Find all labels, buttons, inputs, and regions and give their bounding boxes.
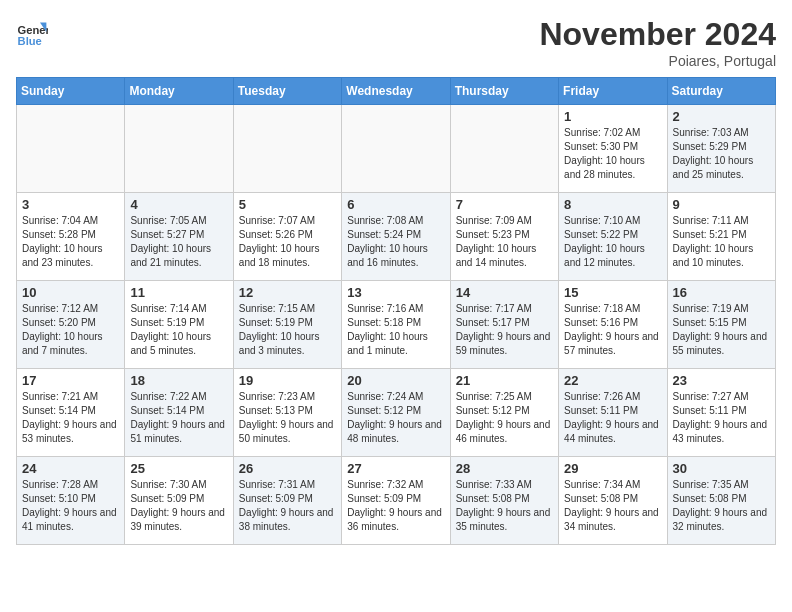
day-info: Sunrise: 7:32 AM Sunset: 5:09 PM Dayligh…	[347, 478, 444, 534]
day-number: 25	[130, 461, 227, 476]
page-header: General Blue November 2024 Poiares, Port…	[16, 16, 776, 69]
day-number: 3	[22, 197, 119, 212]
day-number: 2	[673, 109, 770, 124]
day-number: 29	[564, 461, 661, 476]
calendar-cell: 21Sunrise: 7:25 AM Sunset: 5:12 PM Dayli…	[450, 369, 558, 457]
day-info: Sunrise: 7:10 AM Sunset: 5:22 PM Dayligh…	[564, 214, 661, 270]
day-number: 14	[456, 285, 553, 300]
calendar-cell: 26Sunrise: 7:31 AM Sunset: 5:09 PM Dayli…	[233, 457, 341, 545]
day-info: Sunrise: 7:04 AM Sunset: 5:28 PM Dayligh…	[22, 214, 119, 270]
day-number: 15	[564, 285, 661, 300]
day-info: Sunrise: 7:30 AM Sunset: 5:09 PM Dayligh…	[130, 478, 227, 534]
day-number: 13	[347, 285, 444, 300]
calendar-cell: 30Sunrise: 7:35 AM Sunset: 5:08 PM Dayli…	[667, 457, 775, 545]
day-number: 9	[673, 197, 770, 212]
day-number: 4	[130, 197, 227, 212]
day-info: Sunrise: 7:11 AM Sunset: 5:21 PM Dayligh…	[673, 214, 770, 270]
day-number: 27	[347, 461, 444, 476]
day-info: Sunrise: 7:18 AM Sunset: 5:16 PM Dayligh…	[564, 302, 661, 358]
calendar-cell: 8Sunrise: 7:10 AM Sunset: 5:22 PM Daylig…	[559, 193, 667, 281]
day-info: Sunrise: 7:26 AM Sunset: 5:11 PM Dayligh…	[564, 390, 661, 446]
day-number: 6	[347, 197, 444, 212]
day-info: Sunrise: 7:33 AM Sunset: 5:08 PM Dayligh…	[456, 478, 553, 534]
day-info: Sunrise: 7:22 AM Sunset: 5:14 PM Dayligh…	[130, 390, 227, 446]
day-header-friday: Friday	[559, 78, 667, 105]
calendar-cell: 2Sunrise: 7:03 AM Sunset: 5:29 PM Daylig…	[667, 105, 775, 193]
day-info: Sunrise: 7:28 AM Sunset: 5:10 PM Dayligh…	[22, 478, 119, 534]
day-info: Sunrise: 7:21 AM Sunset: 5:14 PM Dayligh…	[22, 390, 119, 446]
day-info: Sunrise: 7:27 AM Sunset: 5:11 PM Dayligh…	[673, 390, 770, 446]
location: Poiares, Portugal	[539, 53, 776, 69]
day-number: 20	[347, 373, 444, 388]
svg-text:Blue: Blue	[18, 35, 42, 47]
calendar-cell: 1Sunrise: 7:02 AM Sunset: 5:30 PM Daylig…	[559, 105, 667, 193]
calendar-cell: 12Sunrise: 7:15 AM Sunset: 5:19 PM Dayli…	[233, 281, 341, 369]
day-number: 23	[673, 373, 770, 388]
day-number: 24	[22, 461, 119, 476]
calendar-cell: 6Sunrise: 7:08 AM Sunset: 5:24 PM Daylig…	[342, 193, 450, 281]
day-info: Sunrise: 7:03 AM Sunset: 5:29 PM Dayligh…	[673, 126, 770, 182]
calendar-cell	[342, 105, 450, 193]
calendar-cell	[125, 105, 233, 193]
day-header-monday: Monday	[125, 78, 233, 105]
day-number: 28	[456, 461, 553, 476]
day-info: Sunrise: 7:31 AM Sunset: 5:09 PM Dayligh…	[239, 478, 336, 534]
day-info: Sunrise: 7:16 AM Sunset: 5:18 PM Dayligh…	[347, 302, 444, 358]
calendar-cell: 10Sunrise: 7:12 AM Sunset: 5:20 PM Dayli…	[17, 281, 125, 369]
calendar-week-3: 10Sunrise: 7:12 AM Sunset: 5:20 PM Dayli…	[17, 281, 776, 369]
calendar-week-1: 1Sunrise: 7:02 AM Sunset: 5:30 PM Daylig…	[17, 105, 776, 193]
calendar-cell: 29Sunrise: 7:34 AM Sunset: 5:08 PM Dayli…	[559, 457, 667, 545]
day-info: Sunrise: 7:17 AM Sunset: 5:17 PM Dayligh…	[456, 302, 553, 358]
day-header-thursday: Thursday	[450, 78, 558, 105]
calendar-cell: 27Sunrise: 7:32 AM Sunset: 5:09 PM Dayli…	[342, 457, 450, 545]
day-number: 21	[456, 373, 553, 388]
day-number: 5	[239, 197, 336, 212]
day-number: 12	[239, 285, 336, 300]
calendar-cell: 14Sunrise: 7:17 AM Sunset: 5:17 PM Dayli…	[450, 281, 558, 369]
day-info: Sunrise: 7:19 AM Sunset: 5:15 PM Dayligh…	[673, 302, 770, 358]
day-number: 10	[22, 285, 119, 300]
calendar-cell: 5Sunrise: 7:07 AM Sunset: 5:26 PM Daylig…	[233, 193, 341, 281]
day-header-wednesday: Wednesday	[342, 78, 450, 105]
day-number: 11	[130, 285, 227, 300]
calendar-cell: 24Sunrise: 7:28 AM Sunset: 5:10 PM Dayli…	[17, 457, 125, 545]
day-number: 18	[130, 373, 227, 388]
calendar-cell: 3Sunrise: 7:04 AM Sunset: 5:28 PM Daylig…	[17, 193, 125, 281]
day-header-saturday: Saturday	[667, 78, 775, 105]
calendar-cell: 25Sunrise: 7:30 AM Sunset: 5:09 PM Dayli…	[125, 457, 233, 545]
day-number: 26	[239, 461, 336, 476]
day-info: Sunrise: 7:15 AM Sunset: 5:19 PM Dayligh…	[239, 302, 336, 358]
calendar-cell: 15Sunrise: 7:18 AM Sunset: 5:16 PM Dayli…	[559, 281, 667, 369]
logo-icon: General Blue	[16, 16, 48, 48]
day-info: Sunrise: 7:05 AM Sunset: 5:27 PM Dayligh…	[130, 214, 227, 270]
calendar-week-4: 17Sunrise: 7:21 AM Sunset: 5:14 PM Dayli…	[17, 369, 776, 457]
calendar-cell: 7Sunrise: 7:09 AM Sunset: 5:23 PM Daylig…	[450, 193, 558, 281]
day-info: Sunrise: 7:02 AM Sunset: 5:30 PM Dayligh…	[564, 126, 661, 182]
calendar-cell: 4Sunrise: 7:05 AM Sunset: 5:27 PM Daylig…	[125, 193, 233, 281]
calendar-cell	[17, 105, 125, 193]
logo: General Blue	[16, 16, 48, 48]
month-title: November 2024	[539, 16, 776, 53]
day-info: Sunrise: 7:07 AM Sunset: 5:26 PM Dayligh…	[239, 214, 336, 270]
day-info: Sunrise: 7:08 AM Sunset: 5:24 PM Dayligh…	[347, 214, 444, 270]
calendar-header-row: SundayMondayTuesdayWednesdayThursdayFrid…	[17, 78, 776, 105]
day-number: 22	[564, 373, 661, 388]
day-info: Sunrise: 7:34 AM Sunset: 5:08 PM Dayligh…	[564, 478, 661, 534]
day-info: Sunrise: 7:09 AM Sunset: 5:23 PM Dayligh…	[456, 214, 553, 270]
calendar-cell: 18Sunrise: 7:22 AM Sunset: 5:14 PM Dayli…	[125, 369, 233, 457]
title-block: November 2024 Poiares, Portugal	[539, 16, 776, 69]
calendar-week-2: 3Sunrise: 7:04 AM Sunset: 5:28 PM Daylig…	[17, 193, 776, 281]
day-number: 17	[22, 373, 119, 388]
day-number: 30	[673, 461, 770, 476]
day-info: Sunrise: 7:23 AM Sunset: 5:13 PM Dayligh…	[239, 390, 336, 446]
calendar-cell: 17Sunrise: 7:21 AM Sunset: 5:14 PM Dayli…	[17, 369, 125, 457]
day-number: 19	[239, 373, 336, 388]
calendar-week-5: 24Sunrise: 7:28 AM Sunset: 5:10 PM Dayli…	[17, 457, 776, 545]
day-header-sunday: Sunday	[17, 78, 125, 105]
calendar-cell: 9Sunrise: 7:11 AM Sunset: 5:21 PM Daylig…	[667, 193, 775, 281]
calendar-cell: 23Sunrise: 7:27 AM Sunset: 5:11 PM Dayli…	[667, 369, 775, 457]
day-info: Sunrise: 7:35 AM Sunset: 5:08 PM Dayligh…	[673, 478, 770, 534]
day-info: Sunrise: 7:24 AM Sunset: 5:12 PM Dayligh…	[347, 390, 444, 446]
calendar-cell: 20Sunrise: 7:24 AM Sunset: 5:12 PM Dayli…	[342, 369, 450, 457]
day-number: 8	[564, 197, 661, 212]
